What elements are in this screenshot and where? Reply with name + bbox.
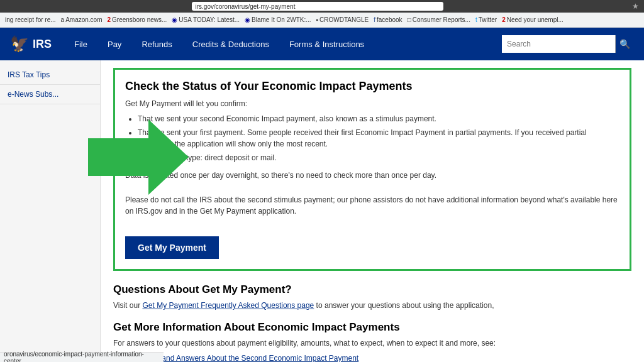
browser-chrome: irs.gov/coronavirus/get-my-payment ★ (0, 0, 644, 13)
bookmark-consumer[interactable]: □ Consumer Reports... (408, 16, 470, 23)
bookmark-greensboro[interactable]: 2 Greensboro news... (108, 16, 167, 23)
questions-section: Questions About Get My Payment? Visit ou… (113, 283, 631, 311)
status-box-bullets: That we sent your second Economic Impact… (138, 113, 619, 163)
nav-pay[interactable]: Pay (97, 28, 131, 60)
get-my-payment-button[interactable]: Get My Payment (125, 236, 219, 259)
status-box-intro: Get My Payment will let you confirm: (125, 98, 619, 109)
more-info-bullet-1: Questions and Answers About the Second E… (126, 353, 631, 362)
questions-text-after: to answer your questions about using the… (314, 301, 494, 310)
search-button[interactable]: 🔍 (615, 35, 634, 53)
nav-refunds[interactable]: Refunds (131, 28, 182, 60)
irs-header: 🦅 IRS File Pay Refunds Credits & Deducti… (0, 28, 644, 60)
nav-file[interactable]: File (64, 28, 97, 60)
status-phone-text: Please do not call the IRS about the sec… (125, 194, 619, 217)
bookmark-usatoday[interactable]: ◉ USA TODAY: Latest... (172, 16, 240, 23)
status-bar: oronavirus/economic-impact-payment-infor… (0, 352, 164, 362)
url-bar[interactable]: irs.gov/coronavirus/get-my-payment (192, 2, 443, 11)
search-container: 🔍 (502, 35, 634, 53)
irs-logo-text: IRS (33, 38, 52, 51)
questions-text-before: Visit our (113, 301, 142, 310)
url-text: irs.gov/coronavirus/get-my-payment (196, 3, 296, 10)
search-input[interactable] (502, 35, 615, 53)
nav-credits-deductions[interactable]: Credits & Deductions (182, 28, 279, 60)
sidebar: IRS Tax Tips e-News Subs... (0, 60, 101, 362)
bookmarks-bar: ing receipt for re... a Amazon.com 2 Gre… (0, 13, 644, 28)
more-info-title: Get More Information About Economic Impa… (113, 321, 631, 334)
nav-forms-instructions[interactable]: Forms & Instructions (279, 28, 374, 60)
bullet-1: That we sent your second Economic Impact… (138, 113, 619, 124)
green-arrow-overlay (88, 119, 189, 195)
bookmark-facebook[interactable]: f facebook (374, 16, 402, 23)
irs-eagle-icon: 🦅 (10, 35, 29, 53)
more-info-bullets: Questions and Answers About the Second E… (126, 353, 631, 362)
bullet-3: Your payment type: direct deposit or mai… (138, 152, 619, 163)
content-area: Check the Status of Your Economic Impact… (101, 60, 644, 362)
more-info-section: Get More Information About Economic Impa… (113, 321, 631, 362)
bookmark-blame[interactable]: ◉ Blame It On 2WTK:... (245, 16, 311, 23)
questions-text: Visit our Get My Payment Frequently Aske… (113, 300, 631, 311)
sidebar-item-tax-tips[interactable]: IRS Tax Tips (0, 65, 100, 85)
more-info-intro: For answers to your questions about paym… (113, 337, 631, 349)
bookmark-twitter[interactable]: t Twitter (475, 16, 497, 23)
bookmark-crowdtangle[interactable]: ▪ CROWDTANGLE (316, 16, 369, 23)
status-box: Check the Status of Your Economic Impact… (113, 68, 631, 271)
status-update-text: Data is updated once per day overnight, … (125, 170, 619, 181)
main-layout: IRS Tax Tips e-News Subs... Check the St… (0, 60, 644, 362)
sidebar-item-enews[interactable]: e-News Subs... (0, 85, 100, 104)
bookmark-star-icon[interactable]: ★ (632, 2, 639, 11)
green-arrow-icon (88, 119, 189, 195)
bookmark-unempl[interactable]: 2 Need your unempl... (502, 16, 564, 23)
bookmark-item[interactable]: ing receipt for re... (5, 16, 56, 23)
bookmark-amazon[interactable]: a Amazon.com (61, 16, 103, 23)
questions-faq-link[interactable]: Get My Payment Frequently Asked Question… (142, 301, 314, 310)
questions-title: Questions About Get My Payment? (113, 283, 631, 296)
status-bar-url: oronavirus/economic-impact-payment-infor… (4, 351, 160, 363)
main-nav: File Pay Refunds Credits & Deductions Fo… (64, 28, 502, 60)
bullet-2: That we sent your first payment. Some pe… (138, 127, 619, 150)
status-box-title: Check the Status of Your Economic Impact… (125, 80, 619, 93)
irs-logo[interactable]: 🦅 IRS (10, 35, 52, 53)
